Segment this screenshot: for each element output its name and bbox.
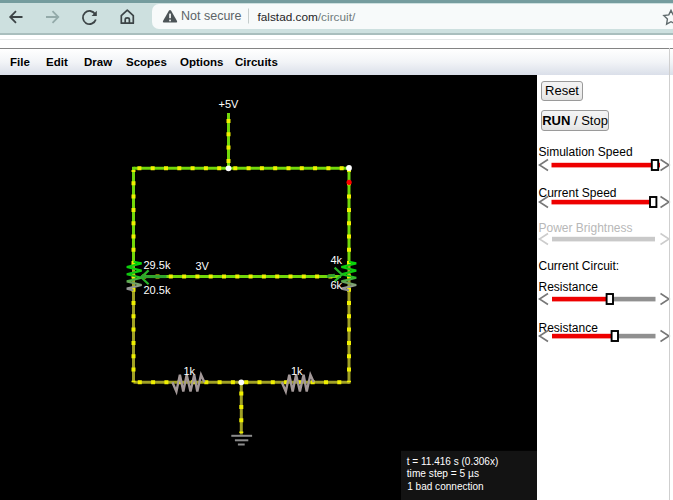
svg-text:time step = 5 µs: time step = 5 µs bbox=[407, 467, 480, 479]
svg-text:+5V: +5V bbox=[219, 98, 240, 110]
svg-text:4k: 4k bbox=[331, 254, 343, 266]
svg-text:1k: 1k bbox=[184, 365, 196, 377]
svg-text:29.5k: 29.5k bbox=[144, 259, 171, 271]
svg-text:20.5k: 20.5k bbox=[144, 284, 171, 296]
svg-text:1k: 1k bbox=[291, 365, 303, 377]
svg-text:6k: 6k bbox=[331, 279, 343, 291]
svg-text:t = 11.416 s (0.306x): t = 11.416 s (0.306x) bbox=[407, 455, 499, 467]
svg-text:3V: 3V bbox=[196, 260, 210, 272]
svg-text:1 bad connection: 1 bad connection bbox=[407, 480, 484, 492]
